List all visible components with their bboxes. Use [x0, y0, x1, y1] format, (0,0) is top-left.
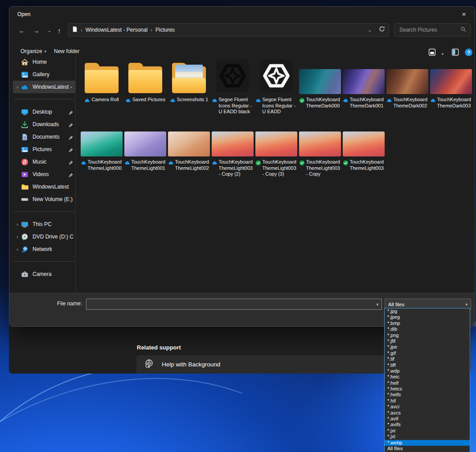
filetype-option-avifs[interactable]: *.avifs	[385, 422, 470, 427]
filetype-option-avcs[interactable]: *.avcs	[385, 410, 470, 416]
sidebar-item-camera[interactable]: Camera	[13, 268, 75, 280]
sidebar-item-pictures[interactable]: Pictures	[13, 143, 75, 156]
file-item-touchkeyboardthemedark003[interactable]: TouchKeyboardThemeDark003	[429, 56, 473, 116]
sidebar-item-documents[interactable]: Documents	[13, 131, 75, 143]
file-item-touchkeyboardthemedark000[interactable]: TouchKeyboardThemeDark000	[298, 56, 342, 116]
filetype-option-heic[interactable]: *.heic	[385, 374, 470, 380]
filetype-option-bmp[interactable]: *.bmp	[385, 321, 470, 326]
filetype-option-tiff[interactable]: *.tiff	[385, 362, 470, 368]
filetype-option-all-files[interactable]: All files	[385, 446, 470, 452]
file-item-screenshots-1[interactable]: Screenshots 1	[167, 56, 211, 116]
gallery-icon	[21, 71, 29, 78]
search-input[interactable]	[398, 26, 460, 33]
filetype-option-jxr[interactable]: *.jxr	[385, 428, 470, 434]
sidebar-item-downloads[interactable]: Downloads	[13, 118, 75, 131]
recent-locations-button[interactable]: ⌄	[44, 25, 55, 36]
file-item-touchkeyboardthemelight003-copy-3[interactable]: TouchKeyboardThemeLight003 - Copy (3)	[254, 118, 298, 179]
sidebar-item-this-pc[interactable]: ›This PC	[13, 218, 75, 230]
expand-chevron-icon[interactable]: ›	[14, 222, 21, 227]
search-box[interactable]	[394, 23, 471, 37]
image-thumbnail	[386, 69, 428, 94]
sidebar-item-videos[interactable]: Videos	[13, 168, 75, 181]
sidebar-item-desktop[interactable]: Desktop	[13, 106, 75, 118]
forward-button[interactable]: →	[31, 25, 41, 36]
resize-grip[interactable]	[471, 322, 476, 327]
file-item-touchkeyboardthemelight002[interactable]: TouchKeyboardThemeLight002	[167, 118, 211, 179]
file-name-combobox[interactable]: ▾	[86, 299, 382, 310]
close-button[interactable]: ×	[455, 7, 473, 21]
back-button[interactable]: ←	[16, 25, 27, 36]
filetype-option-heifs[interactable]: *.heifs	[385, 392, 470, 398]
folder-icon	[21, 183, 29, 191]
breadcrumb-current[interactable]: Pictures	[156, 27, 175, 33]
file-item-touchkeyboardthemelight003[interactable]: TouchKeyboardThemeLight003	[342, 118, 386, 179]
sidebar-item-label: Home	[33, 59, 74, 65]
change-view-button[interactable]	[427, 48, 436, 56]
filetype-option-png[interactable]: *.png	[385, 333, 470, 338]
image-thumbnail	[299, 69, 341, 94]
filetype-option-wdp[interactable]: *.wdp	[385, 368, 470, 374]
chevron-down-icon[interactable]: ▾	[373, 302, 382, 307]
refresh-icon[interactable]	[379, 26, 385, 34]
filetype-option-tif[interactable]: *.tif	[385, 356, 470, 362]
filetype-option-avif[interactable]: *.avif	[385, 416, 470, 422]
filetype-option-jpeg[interactable]: *.jpeg	[385, 314, 470, 320]
up-button[interactable]: ↑	[54, 25, 65, 36]
glyph-thumbnail-light	[260, 59, 293, 92]
expand-chevron-icon[interactable]: ›	[14, 234, 21, 239]
sidebar-item-windowslatest-pe[interactable]: ›WindowsLatest - Pe	[13, 81, 75, 93]
sidebar-item-label: Gallery	[33, 71, 74, 78]
filetype-option-heics[interactable]: *.heics	[385, 386, 470, 392]
filetype-option-dib[interactable]: *.dib	[385, 326, 470, 332]
chevron-down-icon: ▾	[45, 49, 46, 53]
dialog-title: Open	[17, 11, 30, 17]
organize-button[interactable]: Organize▾	[21, 48, 46, 54]
documents-icon	[21, 133, 29, 141]
file-item-touchkeyboardthemedark001[interactable]: TouchKeyboardThemeDark001	[342, 56, 386, 116]
new-folder-button[interactable]: New folder	[54, 48, 79, 54]
address-dropdown-icon[interactable]: ⌄	[368, 28, 372, 33]
file-item-segoe-fluent-icons-regular-u-eadd[interactable]: Segoe Fluent Icons Regular - U EADD	[254, 56, 298, 116]
filetype-option-hif[interactable]: *.hif	[385, 398, 470, 404]
sidebar-item-home[interactable]: Home	[13, 56, 75, 68]
breadcrumb-root[interactable]: WindowsLatest - Personal	[86, 27, 148, 33]
search-icon	[460, 26, 466, 34]
cloud-status-icon	[84, 97, 90, 103]
file-item-touchkeyboardthemelight003-copy-2[interactable]: TouchKeyboardThemeLight003 - Copy (2)	[211, 118, 254, 179]
expand-chevron-icon[interactable]: ›	[14, 247, 21, 252]
filetype-option-jfif[interactable]: *.jfif	[385, 338, 470, 344]
file-item-touchkeyboardthemelight001[interactable]: TouchKeyboardThemeLight001	[123, 118, 167, 179]
sidebar-item-music[interactable]: Music	[13, 156, 75, 168]
help-button[interactable]: ?	[465, 49, 472, 56]
cloud-status-icon	[170, 97, 176, 103]
sidebar-item-windowslatest[interactable]: WindowsLatest	[13, 181, 75, 193]
expand-chevron-icon[interactable]: ›	[14, 84, 21, 90]
sidebar-item-gallery[interactable]: Gallery	[13, 68, 75, 81]
file-item-segoe-fluent-icons-regular-u-eadd-black[interactable]: Segoe Fluent Icons Regular - U EADD blac…	[211, 56, 254, 116]
file-item-camera-roll[interactable]: Camera Roll	[80, 56, 123, 116]
file-item-touchkeyboardthemelight000[interactable]: TouchKeyboardThemeLight000	[80, 118, 123, 179]
filetype-option-gif[interactable]: *.gif	[385, 350, 470, 356]
file-item-saved-pictures[interactable]: Saved Pictures	[123, 56, 167, 116]
filetype-option-heif[interactable]: *.heif	[385, 380, 470, 386]
address-bar[interactable]: › WindowsLatest - Personal › Pictures ⌄	[68, 23, 389, 37]
pin-icon	[68, 109, 74, 115]
file-item-touchkeyboardthemelight003-copy[interactable]: TouchKeyboardThemeLight003 - Copy	[298, 118, 342, 179]
sidebar-item-new-volume-e[interactable]: New Volume (E:)	[13, 193, 75, 205]
filetype-option-avci[interactable]: *.avci	[385, 404, 470, 410]
filetype-option-jxl[interactable]: *.jxl	[385, 434, 470, 440]
filetype-option-webp[interactable]: *.webp	[385, 440, 470, 446]
preview-pane-button[interactable]	[451, 48, 460, 56]
pc-icon	[21, 221, 29, 228]
cloud-status-icon	[212, 97, 217, 103]
filetype-option-jpg[interactable]: *.jpg	[385, 308, 470, 314]
sidebar-item-network[interactable]: ›Network	[13, 243, 75, 255]
file-item-touchkeyboardthemedark002[interactable]: TouchKeyboardThemeDark002	[386, 56, 429, 116]
chevron-down-icon[interactable]: ▾	[462, 302, 471, 307]
sidebar-item-dvd-drive-d-ccc[interactable]: ›DVD Drive (D:) CCC	[13, 230, 75, 243]
filetype-option-jpe[interactable]: *.jpe	[385, 344, 470, 350]
glyph-thumbnail-dark	[216, 59, 249, 92]
pane-divider	[75, 56, 76, 292]
cloud-status-icon	[125, 97, 131, 103]
file-name-input[interactable]	[86, 301, 373, 308]
